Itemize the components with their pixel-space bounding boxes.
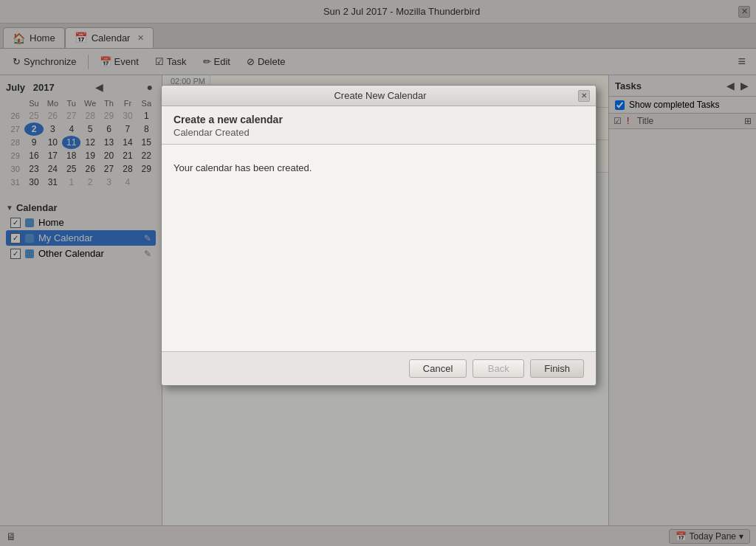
modal-back-button[interactable]: Back (472, 359, 524, 378)
modal-close-button[interactable]: ✕ (578, 90, 590, 102)
modal-body: Create a new calendar Calendar Created Y… (162, 106, 596, 351)
modal-overlay: Create New Calendar ✕ Create a new calen… (0, 0, 756, 546)
modal-title: Create New Calendar (182, 90, 578, 101)
modal-wizard-subtitle: Calendar Created (173, 127, 584, 138)
modal-wizard-title: Create a new calendar (173, 114, 584, 125)
modal-finish-button[interactable]: Finish (530, 359, 584, 378)
modal-message: Your calendar has been created. (173, 162, 312, 173)
modal-content-area: Your calendar has been created. (162, 145, 596, 351)
modal-footer: Cancel Back Finish (162, 351, 596, 385)
modal-header-section: Create a new calendar Calendar Created (162, 106, 596, 145)
modal-cancel-button[interactable]: Cancel (409, 359, 467, 378)
modal-titlebar: Create New Calendar ✕ (162, 86, 596, 106)
modal-dialog: Create New Calendar ✕ Create a new calen… (161, 85, 597, 386)
